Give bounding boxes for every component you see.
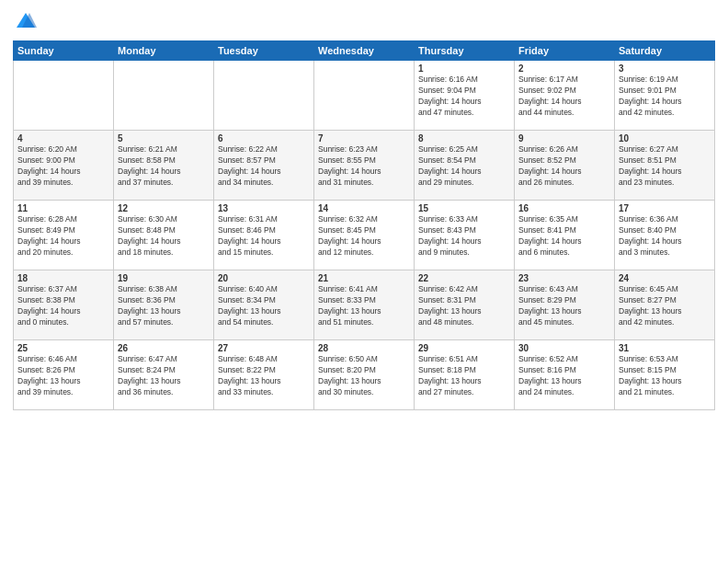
calendar-cell: 29Sunrise: 6:51 AM Sunset: 8:18 PM Dayli… bbox=[415, 340, 515, 410]
calendar-cell: 21Sunrise: 6:41 AM Sunset: 8:33 PM Dayli… bbox=[314, 270, 415, 340]
logo-icon bbox=[13, 9, 39, 35]
day-info: Sunrise: 6:30 AM Sunset: 8:48 PM Dayligh… bbox=[118, 214, 210, 259]
page: SundayMondayTuesdayWednesdayThursdayFrid… bbox=[0, 0, 728, 563]
day-info: Sunrise: 6:45 AM Sunset: 8:27 PM Dayligh… bbox=[619, 284, 711, 328]
calendar-cell: 19Sunrise: 6:38 AM Sunset: 8:36 PM Dayli… bbox=[114, 270, 214, 340]
day-number: 12 bbox=[118, 203, 210, 213]
day-number: 24 bbox=[619, 273, 711, 283]
calendar-cell: 17Sunrise: 6:36 AM Sunset: 8:40 PM Dayli… bbox=[615, 201, 715, 270]
day-number: 31 bbox=[619, 343, 711, 353]
header-cell-friday: Friday bbox=[515, 41, 615, 61]
day-number: 3 bbox=[619, 63, 711, 74]
calendar-cell: 28Sunrise: 6:50 AM Sunset: 8:20 PM Dayli… bbox=[314, 340, 415, 410]
week-row-0: 1Sunrise: 6:16 AM Sunset: 9:04 PM Daylig… bbox=[14, 61, 715, 131]
day-info: Sunrise: 6:17 AM Sunset: 9:02 PM Dayligh… bbox=[518, 75, 610, 119]
calendar-cell: 1Sunrise: 6:16 AM Sunset: 9:04 PM Daylig… bbox=[415, 61, 515, 131]
calendar-cell: 26Sunrise: 6:47 AM Sunset: 8:24 PM Dayli… bbox=[114, 340, 214, 410]
calendar-cell bbox=[114, 61, 214, 131]
day-info: Sunrise: 6:32 AM Sunset: 8:45 PM Dayligh… bbox=[318, 214, 410, 259]
day-info: Sunrise: 6:38 AM Sunset: 8:36 PM Dayligh… bbox=[118, 284, 210, 328]
day-number: 7 bbox=[318, 133, 410, 144]
day-number: 29 bbox=[418, 343, 510, 353]
day-info: Sunrise: 6:51 AM Sunset: 8:18 PM Dayligh… bbox=[418, 354, 510, 398]
day-number: 4 bbox=[17, 133, 109, 144]
calendar-cell: 5Sunrise: 6:21 AM Sunset: 8:58 PM Daylig… bbox=[114, 131, 214, 201]
day-info: Sunrise: 6:23 AM Sunset: 8:55 PM Dayligh… bbox=[318, 144, 410, 189]
day-number: 18 bbox=[17, 273, 109, 283]
day-number: 2 bbox=[518, 63, 610, 74]
day-info: Sunrise: 6:36 AM Sunset: 8:40 PM Dayligh… bbox=[619, 214, 711, 259]
day-info: Sunrise: 6:53 AM Sunset: 8:15 PM Dayligh… bbox=[619, 354, 711, 398]
day-number: 8 bbox=[418, 133, 510, 144]
day-number: 15 bbox=[418, 203, 510, 213]
calendar-cell: 16Sunrise: 6:35 AM Sunset: 8:41 PM Dayli… bbox=[515, 201, 615, 270]
day-info: Sunrise: 6:47 AM Sunset: 8:24 PM Dayligh… bbox=[118, 354, 210, 398]
header-cell-tuesday: Tuesday bbox=[214, 41, 314, 61]
day-number: 26 bbox=[118, 343, 210, 353]
calendar-cell: 6Sunrise: 6:22 AM Sunset: 8:57 PM Daylig… bbox=[214, 131, 314, 201]
day-info: Sunrise: 6:20 AM Sunset: 9:00 PM Dayligh… bbox=[17, 144, 109, 189]
day-info: Sunrise: 6:22 AM Sunset: 8:57 PM Dayligh… bbox=[218, 144, 310, 189]
week-row-4: 25Sunrise: 6:46 AM Sunset: 8:26 PM Dayli… bbox=[14, 340, 715, 410]
calendar-cell: 8Sunrise: 6:25 AM Sunset: 8:54 PM Daylig… bbox=[415, 131, 515, 201]
day-info: Sunrise: 6:48 AM Sunset: 8:22 PM Dayligh… bbox=[218, 354, 310, 398]
day-info: Sunrise: 6:26 AM Sunset: 8:52 PM Dayligh… bbox=[518, 144, 610, 189]
calendar-cell: 25Sunrise: 6:46 AM Sunset: 8:26 PM Dayli… bbox=[14, 340, 114, 410]
calendar-cell: 10Sunrise: 6:27 AM Sunset: 8:51 PM Dayli… bbox=[615, 131, 715, 201]
calendar-cell: 9Sunrise: 6:26 AM Sunset: 8:52 PM Daylig… bbox=[515, 131, 615, 201]
calendar-cell: 4Sunrise: 6:20 AM Sunset: 9:00 PM Daylig… bbox=[14, 131, 114, 201]
day-number: 13 bbox=[218, 203, 310, 213]
calendar-cell: 14Sunrise: 6:32 AM Sunset: 8:45 PM Dayli… bbox=[314, 201, 415, 270]
day-number: 27 bbox=[218, 343, 310, 353]
calendar-cell: 27Sunrise: 6:48 AM Sunset: 8:22 PM Dayli… bbox=[214, 340, 314, 410]
day-number: 16 bbox=[518, 203, 610, 213]
calendar-cell: 12Sunrise: 6:30 AM Sunset: 8:48 PM Dayli… bbox=[114, 201, 214, 270]
day-info: Sunrise: 6:46 AM Sunset: 8:26 PM Dayligh… bbox=[17, 354, 109, 398]
day-info: Sunrise: 6:41 AM Sunset: 8:33 PM Dayligh… bbox=[318, 284, 410, 328]
day-info: Sunrise: 6:40 AM Sunset: 8:34 PM Dayligh… bbox=[218, 284, 310, 328]
day-info: Sunrise: 6:43 AM Sunset: 8:29 PM Dayligh… bbox=[518, 284, 610, 328]
header-cell-monday: Monday bbox=[114, 41, 214, 61]
day-number: 25 bbox=[17, 343, 109, 353]
day-info: Sunrise: 6:42 AM Sunset: 8:31 PM Dayligh… bbox=[418, 284, 510, 328]
calendar-cell: 18Sunrise: 6:37 AM Sunset: 8:38 PM Dayli… bbox=[14, 270, 114, 340]
day-number: 1 bbox=[418, 63, 510, 74]
week-row-1: 4Sunrise: 6:20 AM Sunset: 9:00 PM Daylig… bbox=[14, 131, 715, 201]
header bbox=[13, 9, 715, 35]
day-number: 9 bbox=[518, 133, 610, 144]
header-row: SundayMondayTuesdayWednesdayThursdayFrid… bbox=[14, 41, 715, 61]
calendar-cell bbox=[214, 61, 314, 131]
day-number: 17 bbox=[619, 203, 711, 213]
day-info: Sunrise: 6:37 AM Sunset: 8:38 PM Dayligh… bbox=[17, 284, 109, 328]
calendar-cell: 20Sunrise: 6:40 AM Sunset: 8:34 PM Dayli… bbox=[214, 270, 314, 340]
day-number: 10 bbox=[619, 133, 711, 144]
week-row-3: 18Sunrise: 6:37 AM Sunset: 8:38 PM Dayli… bbox=[14, 270, 715, 340]
calendar-cell: 13Sunrise: 6:31 AM Sunset: 8:46 PM Dayli… bbox=[214, 201, 314, 270]
day-info: Sunrise: 6:16 AM Sunset: 9:04 PM Dayligh… bbox=[418, 75, 510, 119]
logo bbox=[13, 9, 42, 35]
calendar-cell: 2Sunrise: 6:17 AM Sunset: 9:02 PM Daylig… bbox=[515, 61, 615, 131]
calendar-cell: 3Sunrise: 6:19 AM Sunset: 9:01 PM Daylig… bbox=[615, 61, 715, 131]
day-info: Sunrise: 6:52 AM Sunset: 8:16 PM Dayligh… bbox=[518, 354, 610, 398]
day-number: 22 bbox=[418, 273, 510, 283]
header-cell-thursday: Thursday bbox=[415, 41, 515, 61]
calendar-cell: 11Sunrise: 6:28 AM Sunset: 8:49 PM Dayli… bbox=[14, 201, 114, 270]
calendar-cell: 22Sunrise: 6:42 AM Sunset: 8:31 PM Dayli… bbox=[415, 270, 515, 340]
header-cell-saturday: Saturday bbox=[615, 41, 715, 61]
day-info: Sunrise: 6:28 AM Sunset: 8:49 PM Dayligh… bbox=[17, 214, 109, 259]
week-row-2: 11Sunrise: 6:28 AM Sunset: 8:49 PM Dayli… bbox=[14, 201, 715, 270]
day-number: 28 bbox=[318, 343, 410, 353]
calendar-cell: 24Sunrise: 6:45 AM Sunset: 8:27 PM Dayli… bbox=[615, 270, 715, 340]
day-info: Sunrise: 6:27 AM Sunset: 8:51 PM Dayligh… bbox=[619, 144, 711, 189]
calendar-cell: 7Sunrise: 6:23 AM Sunset: 8:55 PM Daylig… bbox=[314, 131, 415, 201]
day-number: 30 bbox=[518, 343, 610, 353]
day-info: Sunrise: 6:50 AM Sunset: 8:20 PM Dayligh… bbox=[318, 354, 410, 398]
day-number: 23 bbox=[518, 273, 610, 283]
day-info: Sunrise: 6:21 AM Sunset: 8:58 PM Dayligh… bbox=[118, 144, 210, 189]
calendar-cell: 15Sunrise: 6:33 AM Sunset: 8:43 PM Dayli… bbox=[415, 201, 515, 270]
day-info: Sunrise: 6:35 AM Sunset: 8:41 PM Dayligh… bbox=[518, 214, 610, 259]
calendar-cell bbox=[14, 61, 114, 131]
day-number: 21 bbox=[318, 273, 410, 283]
day-number: 20 bbox=[218, 273, 310, 283]
day-number: 19 bbox=[118, 273, 210, 283]
